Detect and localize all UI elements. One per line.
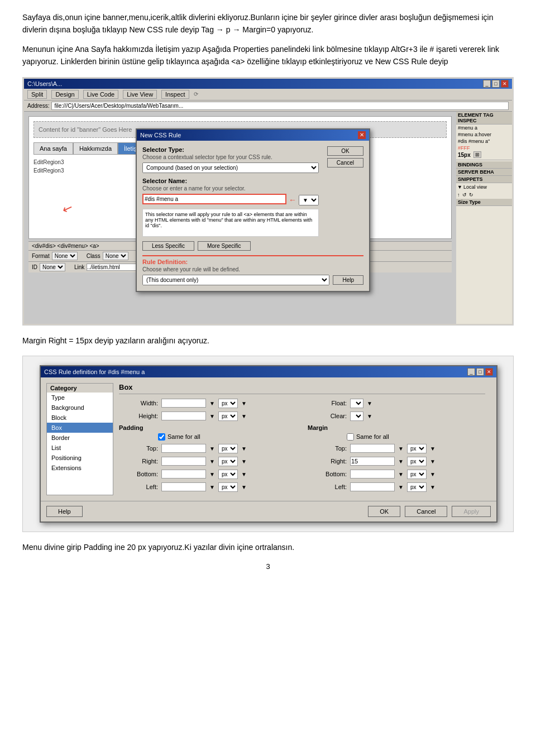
css-cat-type[interactable]: Type <box>47 393 113 403</box>
right-panel-btn[interactable]: ⊞ <box>473 151 481 158</box>
css-cat-background[interactable]: Background <box>47 403 113 413</box>
css-cat-extensions[interactable]: Extensions <box>47 463 113 473</box>
margin-bottom-arrow: ▼ <box>398 471 404 477</box>
height-unit-arrow: ▼ <box>241 413 247 419</box>
up-icon[interactable]: ↑ <box>457 192 460 198</box>
width-unit-select[interactable]: px <box>218 399 238 408</box>
nav-item-about[interactable]: Hakkımızda <box>73 142 118 155</box>
padding-same-checkbox[interactable] <box>158 433 165 441</box>
padding-bottom-input[interactable] <box>161 470 206 479</box>
float-select[interactable] <box>350 399 363 408</box>
bottom-text: Menu divine girip Padding ine 20 px yapı… <box>22 541 514 553</box>
margin-left-unit[interactable]: px <box>407 482 427 492</box>
css-panel-header: Box <box>119 383 485 394</box>
margin-same-checkbox[interactable] <box>347 433 354 441</box>
right-panel-item-3[interactable]: #dis #menu a" <box>456 138 512 145</box>
css-help-button[interactable]: Help <box>46 506 83 517</box>
padding-bottom-unit[interactable]: px <box>218 470 238 479</box>
selector-type-desc: Choose a contextual selector type for yo… <box>142 154 319 160</box>
css-cat-border[interactable]: Border <box>47 433 113 443</box>
maximize-button[interactable]: □ <box>492 80 500 88</box>
dialog-help-button[interactable]: Help <box>333 275 363 285</box>
height-input[interactable] <box>161 412 206 420</box>
margin-left-label: Left: <box>308 484 347 490</box>
css-cat-box[interactable]: Box <box>47 423 113 433</box>
dialog-cancel-button[interactable]: Cancel <box>327 158 363 168</box>
redo-icon[interactable]: ↻ <box>469 192 473 198</box>
rule-def-select[interactable]: (This document only) <box>142 275 329 285</box>
css-cancel-button[interactable]: Cancel <box>405 506 447 517</box>
css-width-row: Width: ▼ px ▼ <box>119 399 296 408</box>
padding-bottom-arrow: ▼ <box>209 471 215 477</box>
margin-right-unit[interactable]: px <box>407 457 427 466</box>
selector-dropdown[interactable]: ▼ <box>299 195 319 205</box>
arrow-right-icon: ← <box>289 195 296 204</box>
css-ok-button[interactable]: OK <box>368 506 400 517</box>
red-arrow-icon: ↙ <box>60 200 75 217</box>
padding-left-unit-arrow: ▼ <box>241 484 247 490</box>
css-maximize-button[interactable]: □ <box>476 368 484 376</box>
width-input[interactable] <box>161 399 206 408</box>
padding-right-unit[interactable]: px <box>218 457 238 466</box>
right-panel-item-1[interactable]: #menu a <box>456 125 512 131</box>
css-close-button[interactable]: ✕ <box>485 368 493 376</box>
minimize-button[interactable]: _ <box>483 80 491 88</box>
dialog-close-button[interactable]: ✕ <box>358 131 366 139</box>
design-button[interactable]: Design <box>51 90 78 99</box>
margin-bottom-label: Bottom: <box>308 471 347 477</box>
margin-same-label: Same for all <box>356 433 389 440</box>
margin-bottom-input[interactable] <box>350 470 395 479</box>
page-number: 3 <box>22 562 514 571</box>
close-button[interactable]: ✕ <box>501 80 509 88</box>
css-cat-positioning[interactable]: Positioning <box>47 453 113 463</box>
split-button[interactable]: Split <box>27 90 47 99</box>
selector-name-desc: Choose or enter a name for your selector… <box>142 185 319 192</box>
paragraph-2: Menunun içine Ana Sayfa hakkımızda İleti… <box>22 43 514 68</box>
margin-top-input[interactable] <box>350 444 395 453</box>
size-type-label: Size Type <box>456 199 512 206</box>
screenshot-dreamweaver: C:\Users\A... _ □ ✕ Split Design Live Co… <box>22 77 514 326</box>
selector-name-input[interactable] <box>142 194 286 204</box>
link-input[interactable] <box>87 264 142 271</box>
css-bottom-buttons: OK Cancel Apply <box>368 506 491 517</box>
dialog-ok-button[interactable]: OK <box>327 146 363 156</box>
inspect-button[interactable]: Inspect <box>161 90 189 99</box>
margin-top-row: Top: ▼ px ▼ <box>308 444 485 453</box>
padding-top-unit-arrow: ▼ <box>241 446 247 452</box>
margin-top-arrow: ▼ <box>398 446 404 452</box>
dialog-title: New CSS Rule <box>140 132 181 138</box>
margin-bottom-unit-arrow: ▼ <box>430 471 436 477</box>
padding-top-unit[interactable]: px <box>218 444 238 453</box>
padding-left-input[interactable] <box>161 482 206 491</box>
id-select[interactable]: None <box>40 263 65 271</box>
less-specific-button[interactable]: Less Specific <box>142 241 194 251</box>
padding-top-input[interactable] <box>161 444 206 453</box>
margin-top-unit[interactable]: px <box>407 444 427 453</box>
live-code-button[interactable]: Live Code <box>83 90 119 99</box>
live-view-button[interactable]: Live View <box>123 90 157 99</box>
padding-right-input[interactable] <box>161 457 206 466</box>
css-cat-list[interactable]: List <box>47 443 113 453</box>
css-bottom-bar: Help OK Cancel Apply <box>41 501 496 521</box>
margin-bottom-unit[interactable]: px <box>407 470 427 479</box>
margin-right-unit-arrow: ▼ <box>430 458 436 465</box>
class-select[interactable]: None <box>103 252 128 260</box>
padding-left-unit[interactable]: px <box>218 482 238 492</box>
format-select[interactable]: None <box>52 252 78 260</box>
more-specific-button[interactable]: More Specific <box>198 241 251 251</box>
undo-icon[interactable]: ↺ <box>462 192 467 198</box>
css-cat-block[interactable]: Block <box>47 413 113 423</box>
nav-item-home[interactable]: Ana sayfa <box>34 142 73 155</box>
css-apply-button[interactable]: Apply <box>452 506 491 517</box>
height-unit-select[interactable]: px <box>218 412 238 421</box>
css-dialog-body: Category Type Background Block Box Borde… <box>41 377 496 501</box>
margin-left-input[interactable] <box>350 482 395 491</box>
css-minimize-button[interactable]: _ <box>467 368 475 376</box>
address-bar[interactable]: file:///C|/Users/Acer/Desktop/mustafa/We… <box>51 102 509 110</box>
selector-type-select[interactable]: Compound (based on your selection) <box>142 162 319 173</box>
margin-right-input[interactable] <box>350 457 395 466</box>
padding-left-arrow: ▼ <box>209 484 215 490</box>
clear-label: Clear: <box>308 413 347 419</box>
clear-select[interactable] <box>350 412 363 421</box>
right-panel-item-2[interactable]: #menu a:hover <box>456 131 512 138</box>
